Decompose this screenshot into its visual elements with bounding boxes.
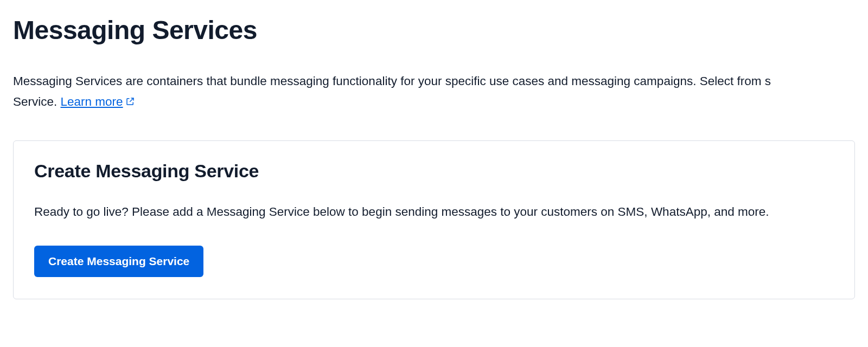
page-title: Messaging Services xyxy=(13,15,855,45)
description-text-line2: Service. xyxy=(13,95,61,108)
external-link-icon xyxy=(125,92,135,113)
page-description: Messaging Services are containers that b… xyxy=(13,71,855,113)
card-description: Ready to go live? Please add a Messaging… xyxy=(34,202,834,222)
card-title: Create Messaging Service xyxy=(34,160,834,182)
create-messaging-service-button[interactable]: Create Messaging Service xyxy=(34,246,203,277)
learn-more-label: Learn more xyxy=(61,95,123,108)
create-service-card: Create Messaging Service Ready to go liv… xyxy=(13,140,855,299)
learn-more-link[interactable]: Learn more xyxy=(61,95,123,108)
description-text-line1: Messaging Services are containers that b… xyxy=(13,74,771,88)
